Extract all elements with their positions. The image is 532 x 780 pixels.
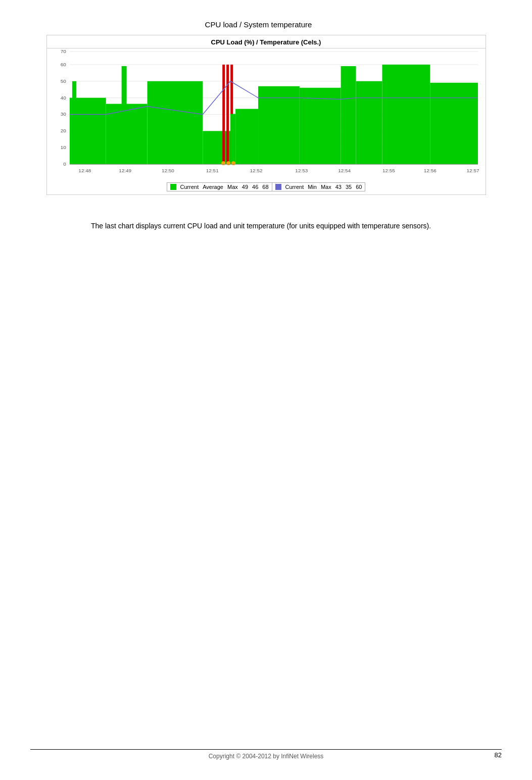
- legend-cpu-val3: 68: [262, 184, 268, 190]
- svg-rect-30: [341, 66, 356, 164]
- legend-temp-box: Current Min Max 43 35 60: [272, 182, 366, 191]
- svg-rect-22: [203, 131, 230, 164]
- chart-wrapper: CPU Load (%) / Temperature (Cels.) 0 10 …: [46, 35, 486, 195]
- svg-rect-18: [72, 81, 76, 164]
- legend-temp-val2: 35: [346, 184, 352, 190]
- svg-rect-23: [222, 65, 225, 164]
- legend-cpu-label2: Average: [203, 184, 223, 190]
- svg-text:60: 60: [60, 62, 66, 67]
- legend-cpu-label3: Max: [227, 184, 238, 190]
- svg-point-34: [221, 161, 225, 165]
- legend-temp-label1: Current: [285, 184, 304, 190]
- legend-cpu-label1: Current: [180, 184, 199, 190]
- legend-temp-label3: Max: [321, 184, 331, 190]
- temp-swatch: [275, 184, 281, 190]
- footer-line: Copyright © 2004-2012 by InfiNet Wireles…: [30, 749, 502, 760]
- svg-text:70: 70: [60, 48, 66, 54]
- legend-cpu-val2: 46: [252, 184, 258, 190]
- svg-text:12:51: 12:51: [206, 168, 218, 173]
- svg-text:12:50: 12:50: [161, 168, 174, 173]
- svg-rect-26: [230, 114, 235, 165]
- chart-svg: 0 10 20 30 40 50 60 70: [47, 48, 486, 179]
- chart-legend: Current Average Max 49 46 68 Current Min…: [47, 179, 486, 194]
- legend-temp-val1: 43: [335, 184, 342, 190]
- svg-text:30: 30: [60, 111, 66, 117]
- section-title: CPU load / System temperature: [15, 20, 502, 29]
- svg-rect-24: [226, 65, 229, 164]
- svg-rect-33: [430, 83, 478, 164]
- page-container: CPU load / System temperature CPU Load (…: [0, 0, 532, 780]
- svg-text:12:48: 12:48: [78, 168, 91, 173]
- svg-point-36: [231, 161, 235, 165]
- svg-text:12:54: 12:54: [338, 168, 351, 173]
- chart-title: CPU Load (%) / Temperature (Cels.): [47, 35, 486, 48]
- svg-point-35: [226, 161, 230, 165]
- cpu-swatch: [170, 184, 176, 190]
- chart-area: 0 10 20 30 40 50 60 70: [47, 48, 486, 179]
- legend-temp-val3: 60: [356, 184, 362, 190]
- description-text: The last chart displays current CPU load…: [91, 220, 461, 231]
- footer-text: Copyright © 2004-2012 by InfiNet Wireles…: [30, 753, 502, 760]
- svg-text:20: 20: [60, 128, 66, 133]
- legend-temp-label2: Min: [308, 184, 317, 190]
- svg-text:12:57: 12:57: [466, 168, 479, 173]
- svg-rect-32: [382, 65, 430, 164]
- legend-cpu-val1: 49: [242, 184, 248, 190]
- svg-text:12:52: 12:52: [250, 168, 262, 173]
- svg-text:10: 10: [60, 144, 66, 150]
- svg-rect-31: [356, 81, 382, 164]
- svg-rect-20: [121, 66, 126, 164]
- legend-cpu-box: Current Average Max 49 46 68: [167, 182, 272, 191]
- page-number: 82: [495, 751, 502, 759]
- svg-text:12:53: 12:53: [295, 168, 308, 173]
- svg-rect-21: [147, 81, 203, 164]
- svg-text:0: 0: [63, 161, 66, 167]
- svg-text:50: 50: [60, 78, 66, 84]
- svg-text:12:49: 12:49: [119, 168, 131, 173]
- svg-text:40: 40: [60, 95, 66, 101]
- svg-text:12:55: 12:55: [382, 168, 395, 173]
- svg-text:12:56: 12:56: [423, 168, 436, 173]
- svg-rect-27: [235, 109, 258, 165]
